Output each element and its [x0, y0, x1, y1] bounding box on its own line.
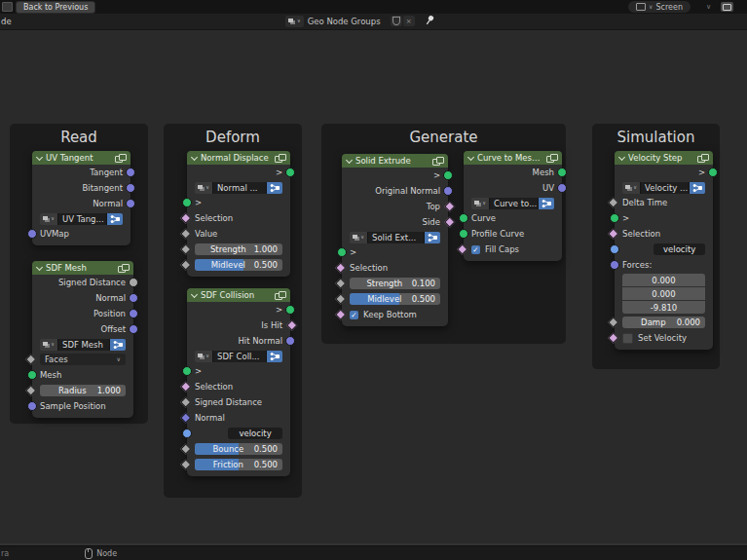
pin-icon[interactable] — [422, 14, 436, 29]
input-socket-geometry[interactable] — [337, 247, 347, 257]
text-field[interactable]: velocity — [654, 243, 705, 255]
browse-datablock-button[interactable]: ∨ — [40, 339, 57, 351]
node-canvas[interactable]: ReadDeformGenerateSimulationUV TangentTa… — [0, 29, 747, 546]
collapse-chevron-icon[interactable] — [467, 153, 474, 160]
output-socket-normal[interactable] — [129, 293, 138, 303]
node-tree-name[interactable]: Geo Node Groups — [308, 17, 381, 26]
browse-datablock-button[interactable]: ∨ — [622, 182, 640, 194]
output-socket-normal[interactable] — [126, 199, 135, 208]
collapse-chevron-icon[interactable] — [191, 153, 198, 160]
output-socket-offset[interactable] — [129, 324, 138, 334]
node-solid-extrude[interactable]: Solid Extrude>Original NormalTopSide∨Sol… — [342, 154, 448, 326]
fake-user-toggle[interactable] — [391, 16, 402, 26]
input-row-geometry: > — [342, 244, 448, 260]
node-normal-displace[interactable]: Normal Displace>∨Normal ...>SelectionVal… — [187, 151, 290, 277]
node-header[interactable]: SDF Mesh — [32, 261, 133, 275]
browse-datablock-button[interactable]: ∨ — [471, 198, 489, 209]
datablock-name-field[interactable]: SDF Mesh — [57, 339, 110, 351]
input-socket-curve[interactable] — [459, 213, 468, 223]
slider-friction[interactable]: Friction0.500 — [195, 459, 282, 470]
output-socket-uv[interactable] — [557, 183, 567, 193]
datablock-name-field[interactable]: Curve to... — [489, 198, 539, 209]
dropdown-faces[interactable]: Faces∨ — [40, 354, 126, 365]
slider-bounce[interactable]: Bounce0.500 — [195, 443, 282, 455]
input-socket-geometry[interactable] — [182, 198, 192, 207]
output-socket-tangent[interactable] — [126, 168, 135, 177]
checkbox-set-velocity[interactable] — [622, 333, 633, 344]
output-socket-position[interactable] — [129, 309, 138, 318]
checkbox-fill-caps[interactable]: ✓ — [471, 245, 480, 254]
node-sdf-mesh[interactable]: SDF MeshSigned DistanceNormalPositionOff… — [32, 261, 133, 418]
input-socket-forces[interactable] — [610, 260, 619, 270]
slider-midlevel[interactable]: Midlevel0.500 — [350, 293, 440, 305]
unlink-button[interactable]: × — [403, 16, 415, 26]
vector-component-field[interactable]: 0.000 — [622, 287, 705, 300]
browse-datablock-button[interactable]: ∨ — [195, 182, 212, 194]
node-header[interactable]: Curve to Mesh UV — [464, 151, 562, 165]
menu-fragment[interactable]: de — [1, 17, 12, 26]
checkbox-keep-bottom[interactable]: ✓ — [350, 311, 358, 319]
collapse-chevron-icon[interactable] — [618, 153, 625, 160]
node-header[interactable]: UV Tangent — [32, 151, 131, 165]
nodetree-button[interactable] — [425, 232, 440, 243]
slider-strength[interactable]: Strength0.100 — [350, 278, 440, 289]
node-sdf-collision[interactable]: SDF Collision>Is HitHit Normal∨SDF Coll.… — [187, 288, 290, 476]
output-socket-geometry[interactable] — [285, 305, 295, 315]
nodetree-button[interactable] — [267, 351, 282, 362]
output-socket-original-normal[interactable] — [443, 186, 453, 196]
vector-component-field[interactable]: 0.000 — [622, 274, 705, 286]
output-socket-mesh[interactable] — [557, 168, 567, 177]
output-socket-hit-normal[interactable] — [285, 336, 295, 346]
datablock-name-field[interactable]: Velocity ... — [640, 182, 690, 194]
nodetree-button[interactable] — [110, 339, 126, 351]
output-socket-signed-distance[interactable] — [129, 278, 138, 287]
text-field[interactable]: velocity — [228, 428, 282, 439]
nodetree-button[interactable] — [539, 198, 554, 209]
collapse-chevron-icon[interactable] — [191, 290, 198, 297]
input-socket-profile-curve[interactable] — [459, 229, 468, 239]
browse-datablock-button[interactable]: ∨ — [195, 351, 212, 362]
slider-strength[interactable]: Strength1.000 — [195, 243, 282, 255]
output-socket-geometry[interactable] — [708, 168, 718, 177]
screen-layout-button[interactable] — [721, 2, 733, 12]
browse-node-tree-button[interactable]: ∨ — [285, 16, 304, 27]
nodetree-button[interactable] — [690, 182, 705, 194]
node-header[interactable]: Normal Displace — [187, 151, 290, 165]
nodetree-button[interactable] — [107, 213, 123, 225]
datablock-name-field[interactable]: Solid Ext... — [367, 232, 425, 243]
input-socket-geometry[interactable] — [182, 366, 192, 376]
editor-type-icon[interactable] — [2, 2, 13, 12]
screen-dropdown[interactable]: ∨ Screen — [628, 1, 691, 13]
browse-datablock-button[interactable]: ∨ — [350, 232, 367, 243]
collapse-chevron-icon[interactable] — [36, 263, 43, 270]
output-socket-geometry[interactable] — [285, 168, 295, 177]
input-socket-velocity[interactable] — [182, 429, 192, 438]
input-socket-sample-position[interactable] — [27, 401, 37, 411]
output-socket-bitangent[interactable] — [126, 183, 135, 193]
input-socket-velocity[interactable] — [610, 244, 619, 254]
output-socket-geometry[interactable] — [443, 170, 453, 180]
slider-radius[interactable]: Radius1.000 — [40, 385, 126, 396]
slider-damp[interactable]: Damp0.000 — [622, 317, 705, 328]
nodetree-button[interactable] — [267, 182, 282, 194]
node-header[interactable]: Solid Extrude — [342, 154, 448, 168]
vector-component-field[interactable]: -9.810 — [622, 301, 705, 314]
node-velocity-step[interactable]: Velocity Step>∨Velocity ...Delta Time>Se… — [615, 151, 713, 350]
slider-value: 0.500 — [412, 294, 440, 304]
collapse-chevron-icon[interactable] — [346, 156, 353, 163]
node-curve-to-mesh-uv[interactable]: Curve to Mesh UVMeshUV∨Curve to...CurveP… — [464, 151, 562, 261]
datablock-name-field[interactable]: Normal ... — [212, 182, 267, 194]
collapse-chevron-icon[interactable] — [36, 153, 43, 160]
window-dropdown-icon[interactable]: ∨ — [703, 2, 714, 12]
input-socket-uvmap[interactable] — [27, 229, 37, 239]
input-socket-mesh[interactable] — [27, 370, 37, 380]
input-socket-geometry[interactable] — [610, 213, 619, 223]
datablock-name-field[interactable]: UV Tang... — [57, 213, 107, 225]
node-header[interactable]: Velocity Step — [615, 151, 713, 165]
browse-datablock-button[interactable]: ∨ — [40, 213, 57, 225]
slider-midlevel[interactable]: Midlevel0.500 — [195, 259, 282, 271]
back-to-previous-button[interactable]: Back to Previous — [16, 1, 95, 14]
node-header[interactable]: SDF Collision — [187, 288, 290, 302]
node-uv-tangent[interactable]: UV TangentTangentBitangentNormal∨UV Tang… — [32, 151, 131, 245]
datablock-name-field[interactable]: SDF Coll... — [212, 351, 267, 362]
